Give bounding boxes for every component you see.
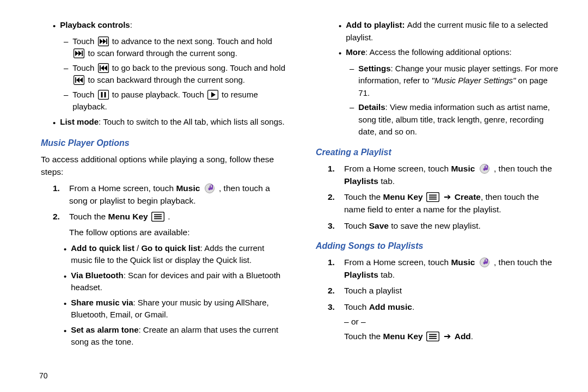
playback-controls-heading: • Playback controls: — [53, 19, 286, 33]
rewind-icon — [98, 63, 109, 73]
opt-bluetooth: • Via Bluetooth: Scan for devices and pa… — [64, 270, 286, 294]
music-app-icon — [479, 257, 491, 268]
opt-share: • Share music via: Share your music by u… — [64, 297, 286, 321]
add-step-2: 2. Touch a playlist — [328, 284, 561, 297]
menu-key-icon — [151, 212, 164, 222]
heading-music-player-options: Music Player Options — [41, 137, 286, 150]
more-details: – Details: View media information such a… — [350, 101, 561, 138]
music-app-icon — [479, 163, 491, 174]
right-column: • Add to playlist: Add the current music… — [316, 16, 561, 351]
list-mode-bullet: • List mode: Touch to switch to the All … — [53, 116, 286, 130]
options-step-2: 2. Touch the Menu Key . The follow optio… — [53, 210, 286, 239]
opt-more: • More: Access the following additional … — [339, 46, 561, 60]
heading-adding-songs: Adding Songs to Playlists — [316, 240, 561, 253]
pause-icon — [98, 90, 109, 100]
pb-label: Playback controls — [60, 20, 130, 29]
options-step-1: 1. From a Home screen, touch Music , the… — [53, 182, 286, 207]
menu-key-icon — [426, 192, 439, 202]
menu-key-icon — [426, 332, 439, 341]
create-step-1: 1. From a Home screen, touch Music , the… — [328, 162, 561, 188]
page-number: 70 — [39, 371, 48, 380]
opt-alarm: • Set as alarm tone: Create an alarm tha… — [64, 324, 286, 348]
play-icon — [207, 90, 218, 100]
create-step-3: 3. Touch Save to save the new playlist. — [328, 219, 561, 232]
pb-sub-pause: – Touch to pause playback. Touch to resu… — [64, 89, 286, 113]
options-intro: To access additional options while playi… — [41, 153, 286, 179]
music-app-icon — [204, 183, 216, 194]
more-settings: – Settings: Change your music player set… — [350, 63, 561, 100]
rewind-icon — [74, 75, 84, 85]
fast-forward-icon — [98, 36, 109, 46]
opt-quick-list: • Add to quick list / Go to quick list: … — [64, 242, 286, 267]
opt-add-playlist: • Add to playlist: Add the current music… — [339, 19, 561, 44]
heading-creating-playlist: Creating a Playlist — [316, 146, 561, 159]
add-step-3: 3. Touch Add music. – or – Touch the Men… — [328, 301, 561, 343]
left-column: • Playback controls: – Touch to advance … — [41, 16, 286, 351]
pb-sub-prev: – Touch to go back to the previous song.… — [64, 62, 286, 87]
fast-forward-icon — [74, 48, 84, 58]
add-step-1: 1. From a Home screen, touch Music , the… — [328, 256, 561, 281]
pb-sub-next: – Touch to advance to the next song. Tou… — [64, 35, 286, 60]
create-step-2: 2. Touch the Menu Key ➔ Create, then tou… — [328, 191, 561, 216]
